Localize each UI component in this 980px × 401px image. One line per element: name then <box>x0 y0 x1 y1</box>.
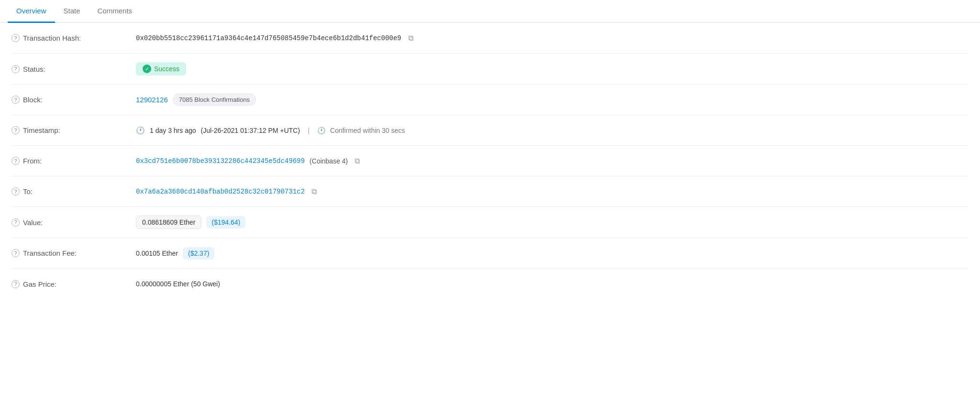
from-label-col: ? From: <box>11 157 136 165</box>
block-label-col: ? Block: <box>11 96 136 104</box>
fee-label: Transaction Fee: <box>23 249 77 257</box>
timestamp-row: ? Timestamp: 🕐 1 day 3 hrs ago (Jul-26-2… <box>11 115 969 146</box>
value-usd-badge: ($194.64) <box>206 216 245 228</box>
from-address-link[interactable]: 0x3cd751e6b0078be393132286c442345e5dc496… <box>136 157 305 165</box>
block-row: ? Block: 12902126 7085 Block Confirmatio… <box>11 85 969 115</box>
status-label: Status: <box>23 65 45 73</box>
to-row: ? To: 0x7a6a2a3680cd140afbab0d2528c32c01… <box>11 176 969 207</box>
from-label: From: <box>23 157 42 165</box>
clock-icon: 🕐 <box>136 126 145 135</box>
fee-label-col: ? Transaction Fee: <box>11 249 136 257</box>
transaction-hash-label-col: ? Transaction Hash: <box>11 34 136 42</box>
tabs-container: Overview State Comments <box>0 0 980 23</box>
status-check-icon: ✓ <box>143 65 151 73</box>
tab-state[interactable]: State <box>55 0 89 23</box>
copy-from-icon[interactable]: ⧉ <box>355 157 360 165</box>
to-value-col: 0x7a6a2a3680cd140afbab0d2528c32c01790731… <box>136 187 969 196</box>
from-row: ? From: 0x3cd751e6b0078be393132286c44234… <box>11 146 969 176</box>
gas-price-label-col: ? Gas Price: <box>11 280 136 288</box>
fee-value-col: 0.00105 Ether ($2.37) <box>136 247 969 260</box>
to-address-link[interactable]: 0x7a6a2a3680cd140afbab0d2528c32c01790731… <box>136 188 305 195</box>
help-icon-fee[interactable]: ? <box>11 249 20 257</box>
confirmed-text: Confirmed within 30 secs <box>330 127 405 134</box>
timestamp-separator: | <box>308 126 310 134</box>
gas-price-value-col: 0.00000005 Ether (50 Gwei) <box>136 280 969 288</box>
fee-row: ? Transaction Fee: 0.00105 Ether ($2.37) <box>11 238 969 269</box>
value-value-col: 0.08618609 Ether ($194.64) <box>136 216 969 229</box>
to-label-col: ? To: <box>11 187 136 195</box>
help-icon-txhash[interactable]: ? <box>11 34 20 42</box>
help-icon-to[interactable]: ? <box>11 187 20 195</box>
block-label: Block: <box>23 96 43 104</box>
timestamp-absolute: (Jul-26-2021 01:37:12 PM +UTC) <box>201 127 300 134</box>
help-icon-gas[interactable]: ? <box>11 280 20 288</box>
block-number-link[interactable]: 12902126 <box>136 96 168 104</box>
fee-usd-badge: ($2.37) <box>183 247 214 260</box>
block-confirmations-badge: 7085 Block Confirmations <box>173 94 256 106</box>
timestamp-relative: 1 day 3 hrs ago <box>150 127 196 134</box>
help-icon-status[interactable]: ? <box>11 65 20 73</box>
gas-price-label: Gas Price: <box>23 280 56 288</box>
copy-to-icon[interactable]: ⧉ <box>312 187 317 196</box>
to-label: To: <box>23 187 33 195</box>
status-label-col: ? Status: <box>11 65 136 73</box>
gas-price-value: 0.00000005 Ether (50 Gwei) <box>136 280 220 288</box>
timestamp-value-col: 🕐 1 day 3 hrs ago (Jul-26-2021 01:37:12 … <box>136 126 969 135</box>
help-icon-timestamp[interactable]: ? <box>11 126 20 134</box>
value-label: Value: <box>23 218 43 227</box>
content-area: ? Transaction Hash: 0x020bb5518cc2396117… <box>0 23 980 299</box>
block-value-col: 12902126 7085 Block Confirmations <box>136 94 969 106</box>
help-icon-from[interactable]: ? <box>11 157 20 165</box>
tab-overview[interactable]: Overview <box>8 0 55 23</box>
timestamp-label-col: ? Timestamp: <box>11 126 136 134</box>
fee-ether-text: 0.00105 Ether <box>136 249 178 257</box>
value-row: ? Value: 0.08618609 Ether ($194.64) <box>11 207 969 238</box>
status-badge: ✓ Success <box>136 62 186 76</box>
from-value-col: 0x3cd751e6b0078be393132286c442345e5dc496… <box>136 157 969 165</box>
timestamp-label: Timestamp: <box>23 126 60 134</box>
transaction-hash-value: 0x020bb5518cc23961171a9364c4e147d7650854… <box>136 34 401 42</box>
help-icon-block[interactable]: ? <box>11 96 20 104</box>
help-icon-value[interactable]: ? <box>11 218 20 227</box>
from-name-label: (Coinbase 4) <box>310 157 348 165</box>
value-label-col: ? Value: <box>11 218 136 227</box>
status-row: ? Status: ✓ Success <box>11 54 969 85</box>
confirmed-icon: 🕐 <box>317 127 325 134</box>
copy-txhash-icon[interactable]: ⧉ <box>408 34 413 43</box>
value-ether-box: 0.08618609 Ether <box>136 216 201 229</box>
transaction-hash-row: ? Transaction Hash: 0x020bb5518cc2396117… <box>11 23 969 54</box>
transaction-hash-label: Transaction Hash: <box>23 34 81 42</box>
status-badge-label: Success <box>154 65 179 73</box>
gas-price-row: ? Gas Price: 0.00000005 Ether (50 Gwei) <box>11 269 969 299</box>
tab-comments[interactable]: Comments <box>89 0 141 23</box>
status-value-col: ✓ Success <box>136 62 969 76</box>
transaction-hash-value-col: 0x020bb5518cc23961171a9364c4e147d7650854… <box>136 34 969 43</box>
